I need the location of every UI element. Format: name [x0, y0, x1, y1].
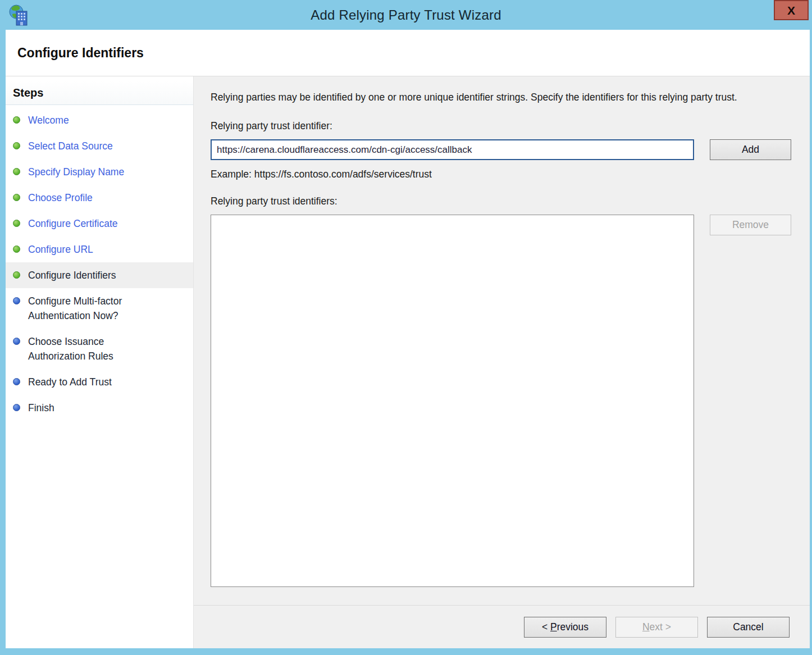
- step-label: Configure Multi-factor Authentication No…: [28, 294, 143, 323]
- step-welcome[interactable]: Welcome: [6, 107, 193, 133]
- step-label: Welcome: [28, 113, 69, 128]
- step-select-data-source[interactable]: Select Data Source: [6, 133, 193, 159]
- step-label: Ready to Add Trust: [28, 375, 112, 389]
- step-done-icon: [13, 168, 20, 175]
- steps-heading: Steps: [6, 81, 193, 105]
- step-label: Choose Issuance Authorization Rules: [28, 334, 143, 363]
- step-pending-icon: [13, 378, 20, 385]
- wizard-footer: < Previous Next > Cancel: [194, 605, 810, 648]
- step-label: Specify Display Name: [28, 165, 124, 179]
- wizard-panel: Configure Identifiers Steps Welcome Sele…: [6, 30, 810, 648]
- titlebar: Add Relying Party Trust Wizard X: [0, 0, 812, 30]
- step-done-icon: [13, 116, 20, 124]
- adfs-globe-building-icon: [8, 4, 30, 26]
- step-done-icon: [13, 220, 20, 227]
- identifiers-list-label: Relying party trust identifiers:: [211, 195, 791, 207]
- remove-button[interactable]: Remove: [710, 215, 791, 235]
- content-pane: Relying parties may be identified by one…: [194, 76, 810, 648]
- step-done-icon: [13, 194, 20, 201]
- step-pending-icon: [13, 404, 20, 411]
- step-choose-issuance-authorization-rules: Choose Issuance Authorization Rules: [6, 329, 193, 369]
- step-pending-icon: [13, 297, 20, 304]
- step-current-icon: [13, 271, 20, 279]
- steps-sidebar: Steps Welcome Select Data Source Specify…: [6, 76, 194, 648]
- window-title: Add Relying Party Trust Wizard: [0, 0, 812, 30]
- step-configure-certificate[interactable]: Configure Certificate: [6, 211, 193, 236]
- identifiers-listbox[interactable]: [211, 215, 694, 587]
- previous-button[interactable]: < Previous: [524, 617, 606, 638]
- add-button[interactable]: Add: [710, 139, 791, 160]
- page-title: Configure Identifiers: [17, 46, 144, 61]
- identifier-input[interactable]: [211, 139, 694, 160]
- step-label: Select Data Source: [28, 139, 113, 153]
- step-done-icon: [13, 142, 20, 149]
- step-configure-identifiers[interactable]: Configure Identifiers: [6, 262, 193, 288]
- step-ready-to-add-trust: Ready to Add Trust: [6, 369, 193, 395]
- wizard-window: Add Relying Party Trust Wizard X Configu…: [0, 0, 812, 655]
- step-pending-icon: [13, 338, 20, 345]
- step-label: Configure Identifiers: [28, 268, 116, 283]
- page-header: Configure Identifiers: [6, 30, 810, 76]
- step-finish: Finish: [6, 395, 193, 421]
- step-configure-url[interactable]: Configure URL: [6, 236, 193, 262]
- next-button[interactable]: Next >: [615, 617, 698, 638]
- steps-list: Welcome Select Data Source Specify Displ…: [6, 107, 193, 421]
- step-done-icon: [13, 245, 20, 253]
- step-configure-multifactor-authentication: Configure Multi-factor Authentication No…: [6, 288, 193, 329]
- identifier-field-label: Relying party trust identifier:: [211, 120, 791, 132]
- cancel-button[interactable]: Cancel: [707, 617, 790, 638]
- step-choose-profile[interactable]: Choose Profile: [6, 185, 193, 211]
- step-specify-display-name[interactable]: Specify Display Name: [6, 159, 193, 185]
- example-text: Example: https://fs.contoso.com/adfs/ser…: [211, 169, 791, 180]
- description-text: Relying parties may be identified by one…: [211, 90, 786, 105]
- step-label: Configure URL: [28, 242, 93, 257]
- step-label: Configure Certificate: [28, 216, 118, 231]
- step-label: Finish: [28, 401, 54, 415]
- step-label: Choose Profile: [28, 190, 93, 205]
- close-button[interactable]: X: [774, 0, 809, 20]
